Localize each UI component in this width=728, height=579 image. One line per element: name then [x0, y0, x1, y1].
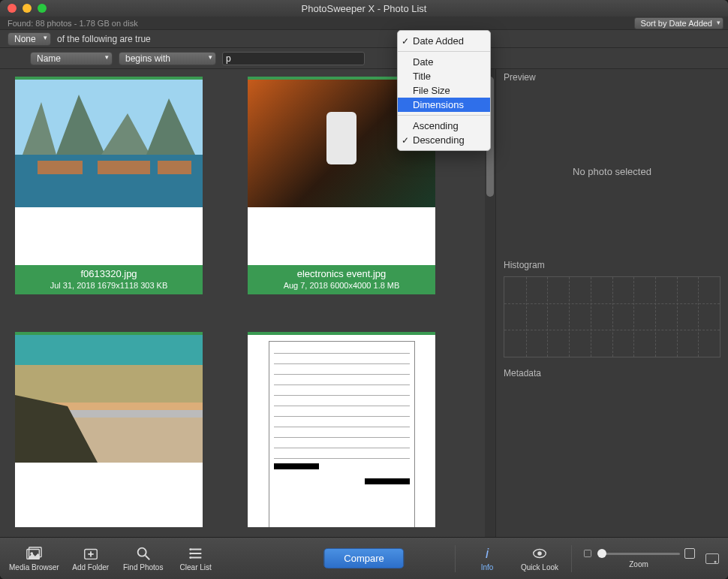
zoom-slider[interactable]: [597, 553, 680, 555]
search-icon: [135, 545, 152, 562]
status-bar: Found: 88 photos - 1.78 GB on disk Sort …: [0, 17, 728, 30]
photo-meta: Jul 31, 2018 1679x1118 303 KB: [17, 281, 201, 290]
toolbar-label: Clear List: [180, 563, 212, 571]
svg-point-23: [537, 551, 542, 556]
photo-thumbnail: [15, 335, 203, 463]
svg-point-19: [189, 553, 191, 555]
zoom-out-icon[interactable]: [584, 550, 591, 557]
sort-item[interactable]: Date: [398, 55, 490, 69]
preview-area: No photo selected: [496, 86, 728, 257]
photo-filename: f0613320.jpg: [17, 268, 201, 279]
toolbar-label: Media Browser: [9, 563, 59, 571]
sort-dropdown: Date Added Date Title File Size Dimensio…: [397, 30, 491, 151]
info-icon: i: [479, 545, 495, 562]
filter-any-select[interactable]: None: [8, 32, 51, 46]
add-folder-button[interactable]: Add Folder: [70, 545, 112, 571]
zoom-slider-knob[interactable]: [597, 549, 606, 558]
toolbar-label: Info: [481, 563, 494, 571]
sort-item[interactable]: File Size: [398, 83, 490, 98]
toolbar-label: Quick Look: [521, 563, 558, 571]
svg-rect-6: [38, 161, 83, 174]
info-button[interactable]: i Info: [466, 545, 508, 571]
window-title: PhotoSweeper X - Photo List: [0, 3, 728, 14]
photo-thumbnail: [15, 80, 203, 207]
histogram-area: [504, 276, 720, 357]
quick-look-button[interactable]: Quick Look: [519, 545, 561, 571]
toolbar-label: Zoom: [629, 560, 648, 568]
filter-follow-text: of the following are true: [57, 34, 151, 44]
photo-card[interactable]: [248, 332, 435, 527]
preview-title: Preview: [496, 69, 728, 86]
histogram-title: Histogram: [496, 257, 728, 273]
find-photos-button[interactable]: Find Photos: [122, 545, 164, 571]
svg-point-18: [189, 548, 191, 550]
metadata-area: [496, 381, 728, 537]
sort-item[interactable]: Dimensions: [398, 98, 490, 112]
media-browser-button[interactable]: Media Browser: [9, 545, 59, 571]
filter-field-select[interactable]: Name: [30, 52, 113, 65]
photo-card[interactable]: [15, 332, 203, 527]
toolbar-divider: [571, 545, 572, 572]
bottom-toolbar: Media Browser Add Folder Find Photos Cle…: [0, 537, 728, 579]
filter-rule-row: Name begins with: [0, 48, 728, 69]
photo-filename: electronics event.jpg: [249, 268, 434, 279]
folder-plus-icon: [83, 545, 99, 562]
svg-rect-8: [158, 161, 191, 174]
filter-op-select[interactable]: begins with: [119, 52, 216, 65]
compare-button[interactable]: Compare: [323, 548, 404, 568]
sort-order-item[interactable]: Descending: [398, 133, 490, 147]
sort-order-item[interactable]: Ascending: [398, 119, 490, 133]
photo-card[interactable]: f0613320.jpg Jul 31, 2018 1679x1118 303 …: [15, 77, 203, 294]
fullscreen-person-icon[interactable]: [705, 553, 719, 564]
side-panel: Preview No photo selected Histogram Meta…: [495, 69, 728, 537]
filter-value-input[interactable]: [222, 52, 365, 65]
toolbar-label: Add Folder: [72, 563, 109, 571]
filter-bar: None of the following are true: [0, 30, 728, 48]
photos-stack-icon: [26, 545, 42, 562]
svg-point-20: [189, 556, 191, 559]
photo-meta: Aug 7, 2018 6000x4000 1.8 MB: [249, 281, 434, 290]
metadata-title: Metadata: [496, 365, 728, 381]
eye-icon: [531, 545, 548, 562]
zoom-in-icon[interactable]: [684, 548, 695, 559]
toolbar-label: Find Photos: [123, 563, 163, 571]
svg-point-17: [137, 548, 146, 556]
clear-list-button[interactable]: Clear List: [175, 545, 217, 571]
titlebar: PhotoSweeper X - Photo List: [0, 0, 728, 17]
svg-rect-7: [98, 161, 150, 174]
svg-text:i: i: [486, 545, 489, 561]
photo-thumbnail: [248, 335, 435, 523]
sort-item[interactable]: Title: [398, 69, 490, 83]
sort-item[interactable]: Date Added: [398, 34, 490, 48]
toolbar-divider: [455, 545, 456, 572]
sort-button[interactable]: Sort by Date Added: [634, 17, 723, 29]
found-count-text: Found: 88 photos - 1.78 GB on disk: [8, 19, 138, 28]
preview-empty-text: No photo selected: [573, 166, 651, 177]
clear-list-icon: [188, 545, 204, 562]
